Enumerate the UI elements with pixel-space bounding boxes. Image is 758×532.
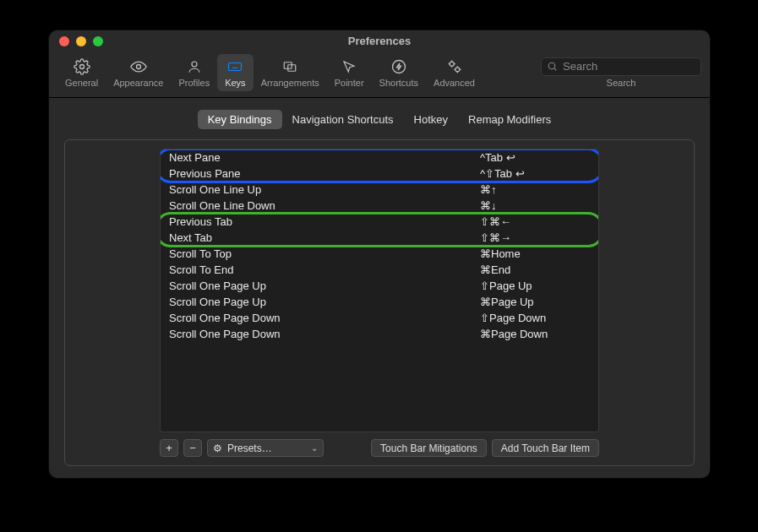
remove-binding-button[interactable]: − [183, 439, 202, 457]
bindings-footer: + − ⚙ Presets… ⌄ Touch Bar Mitigations A… [160, 439, 599, 457]
binding-action: Scroll To Top [169, 247, 480, 260]
tab-hotkey[interactable]: Hotkey [404, 110, 458, 129]
table-row[interactable]: Scroll One Page Down⌘Page Down [161, 326, 598, 342]
preferences-body: Key Bindings Navigation Shortcuts Hotkey… [49, 98, 710, 478]
tab-remap-modifiers[interactable]: Remap Modifiers [458, 110, 561, 129]
toolbar-item-label: Advanced [434, 78, 475, 88]
binding-shortcut: ⌘Page Down [480, 328, 590, 340]
key-bindings-panel: Next Pane^Tab ↩Previous Pane^⇧Tab ↩Scrol… [64, 139, 695, 466]
svg-rect-3 [229, 62, 242, 70]
window-controls [59, 36, 103, 46]
minimize-window-button[interactable] [76, 36, 86, 46]
toolbar-item-pointer[interactable]: Pointer [327, 54, 372, 91]
table-row[interactable]: Previous Tab⇧⌘← [161, 214, 598, 230]
toolbar-item-label: Arrangements [261, 78, 319, 88]
svg-point-14 [548, 62, 555, 69]
toolbar-item-profiles[interactable]: Profiles [171, 54, 217, 91]
binding-action: Scroll To End [169, 263, 480, 276]
table-row[interactable]: Scroll One Page Up⇧Page Up [161, 278, 598, 294]
tab-key-bindings[interactable]: Key Bindings [198, 110, 282, 129]
preferences-window: Preferences General Appearance Profiles … [49, 30, 710, 478]
eye-icon [129, 57, 148, 76]
svg-point-12 [450, 62, 454, 66]
toolbar-item-keys[interactable]: Keys [217, 54, 253, 91]
binding-action: Scroll One Page Down [169, 312, 480, 324]
subtab-segmented-control: Key Bindings Navigation Shortcuts Hotkey… [198, 110, 562, 129]
binding-action: Scroll One Page Up [169, 296, 480, 308]
zoom-window-button[interactable] [93, 36, 103, 46]
toolbar-item-advanced[interactable]: Advanced [426, 54, 483, 91]
binding-action: Scroll One Line Down [169, 199, 480, 212]
svg-line-15 [554, 68, 556, 70]
binding-shortcut: ⌘Page Up [480, 296, 590, 308]
toolbar-item-label: Profiles [178, 78, 210, 88]
toolbar: General Appearance Profiles Keys Arrange… [49, 51, 710, 98]
binding-action: Previous Pane [169, 167, 480, 180]
toolbar-item-label: Keys [225, 78, 245, 88]
svg-point-2 [192, 62, 197, 67]
toolbar-item-appearance[interactable]: Appearance [106, 54, 171, 91]
gear-small-icon: ⚙ [213, 442, 222, 454]
binding-action: Next Pane [169, 151, 480, 164]
touch-bar-mitigations-button[interactable]: Touch Bar Mitigations [371, 439, 487, 457]
tab-navigation-shortcuts[interactable]: Navigation Shortcuts [282, 110, 404, 129]
table-row[interactable]: Next Tab⇧⌘→ [161, 230, 598, 246]
table-row[interactable]: Scroll One Line Down⌘↓ [161, 198, 598, 214]
binding-action: Scroll One Page Down [169, 328, 480, 340]
binding-shortcut: ⇧Page Up [480, 280, 590, 292]
svg-point-0 [79, 64, 84, 68]
toolbar-item-general[interactable]: General [57, 54, 106, 91]
binding-shortcut: ⌘↑ [480, 183, 590, 196]
toolbar-search: Search Search [541, 57, 701, 88]
search-input[interactable]: Search [541, 57, 701, 76]
binding-shortcut: ⇧Page Down [480, 312, 590, 324]
presets-label: Presets… [227, 442, 272, 454]
toolbar-item-arrangements[interactable]: Arrangements [254, 54, 327, 91]
binding-action: Previous Tab [169, 215, 480, 228]
binding-shortcut: ^⇧Tab ↩ [480, 167, 590, 180]
search-placeholder: Search [563, 60, 597, 73]
search-icon [547, 61, 558, 72]
gears-icon [445, 57, 464, 76]
gear-icon [73, 57, 91, 76]
svg-point-1 [136, 64, 140, 68]
toolbar-item-shortcuts[interactable]: Shortcuts [372, 54, 426, 91]
table-row[interactable]: Previous Pane^⇧Tab ↩ [161, 166, 598, 182]
table-row[interactable]: Scroll To Top⌘Home [161, 246, 598, 262]
binding-shortcut: ⌘End [480, 263, 590, 276]
svg-point-11 [392, 60, 405, 73]
toolbar-item-label: Pointer [335, 78, 364, 88]
binding-shortcut: ⇧⌘→ [480, 231, 590, 244]
chevron-down-icon: ⌄ [311, 443, 318, 453]
search-label: Search [607, 78, 636, 88]
keyboard-icon [226, 57, 244, 76]
table-row[interactable]: Scroll One Line Up⌘↑ [161, 182, 598, 198]
table-row[interactable]: Scroll To End⌘End [161, 262, 598, 278]
windows-icon [281, 57, 299, 76]
binding-shortcut: ⌘Home [480, 247, 590, 260]
titlebar: Preferences [49, 30, 710, 51]
presets-dropdown[interactable]: ⚙ Presets… ⌄ [207, 439, 324, 457]
table-row[interactable]: Scroll One Page Up⌘Page Up [161, 294, 598, 310]
cursor-icon [340, 57, 358, 76]
bolt-icon [390, 57, 408, 76]
window-title: Preferences [348, 35, 411, 47]
table-row[interactable]: Scroll One Page Down⇧Page Down [161, 310, 598, 326]
binding-action: Scroll One Line Up [169, 183, 480, 196]
close-window-button[interactable] [59, 36, 69, 46]
toolbar-item-label: General [65, 78, 98, 88]
binding-shortcut: ⇧⌘← [480, 215, 590, 228]
binding-shortcut: ⌘↓ [480, 199, 590, 212]
table-row[interactable]: Next Pane^Tab ↩ [161, 149, 598, 166]
toolbar-item-label: Appearance [113, 78, 163, 88]
svg-point-13 [455, 67, 459, 71]
binding-action: Scroll One Page Up [169, 280, 480, 292]
binding-shortcut: ^Tab ↩ [480, 151, 590, 164]
bindings-table[interactable]: Next Pane^Tab ↩Previous Pane^⇧Tab ↩Scrol… [160, 149, 599, 432]
add-touch-bar-item-button[interactable]: Add Touch Bar Item [492, 439, 599, 457]
add-binding-button[interactable]: + [160, 439, 178, 457]
toolbar-item-label: Shortcuts [379, 78, 418, 88]
person-icon [185, 57, 204, 76]
binding-action: Next Tab [169, 231, 480, 244]
